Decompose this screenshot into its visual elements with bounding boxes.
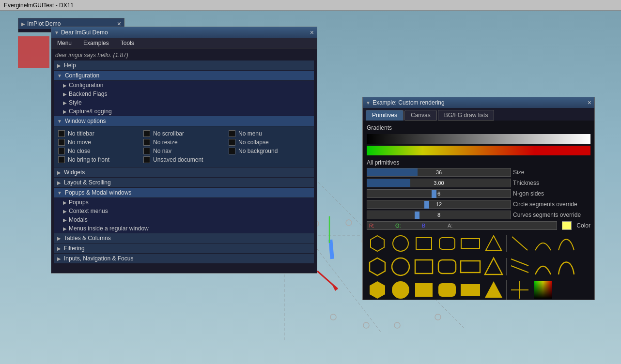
- slider-curves[interactable]: 8: [367, 211, 511, 219]
- section-layout[interactable]: ▶ Layout & Scrolling: [54, 178, 314, 187]
- checkbox-no-scrollbar[interactable]: [143, 130, 150, 137]
- implot-close-button[interactable]: ×: [117, 20, 121, 27]
- prim-hexagon-outline-lg: [367, 256, 388, 277]
- prim-line-1: [509, 233, 530, 254]
- slider-curves-label: Curves segments override: [513, 212, 590, 218]
- prim-rrect-outline-lg: [436, 256, 458, 277]
- prim-triangle-outline: [483, 233, 504, 254]
- menu-item-menu[interactable]: Menu: [53, 39, 76, 47]
- menu-item-examples[interactable]: Examples: [79, 39, 113, 47]
- checkbox-no-background[interactable]: [229, 148, 235, 154]
- section-configuration[interactable]: ▼ Configuration: [54, 71, 314, 80]
- custom-render-window: ▼ Example: Custom rendering × Primitives…: [362, 97, 595, 300]
- section-filtering[interactable]: ▶ Filtering: [54, 243, 314, 253]
- prim-hexagon-filled: [367, 279, 388, 300]
- prim-circle-outline: [390, 233, 411, 254]
- section-tables[interactable]: ▶ Tables & Columns: [54, 233, 314, 243]
- tab-primitives[interactable]: Primitives: [366, 110, 404, 121]
- prim-circle-filled: [390, 279, 411, 300]
- prim-wide-rect-outline: [460, 233, 481, 254]
- custom-render-titlebar[interactable]: ▼ Example: Custom rendering ×: [363, 97, 594, 108]
- sub-style[interactable]: ▶ Style: [60, 98, 314, 107]
- custom-title: Example: Custom rendering: [373, 99, 445, 106]
- checkbox-no-collapse[interactable]: [229, 139, 235, 146]
- svg-point-8: [392, 258, 409, 275]
- imgui-demo-titlebar[interactable]: ▼ Dear ImGui Demo ×: [51, 27, 317, 38]
- checkbox-no-menu[interactable]: [229, 130, 235, 137]
- slider-circle[interactable]: 12: [367, 200, 511, 209]
- checkbox-no-move[interactable]: [58, 139, 65, 146]
- option-no-background[interactable]: No background: [229, 148, 310, 154]
- svg-rect-9: [415, 260, 433, 273]
- color-a-input[interactable]: 255: [454, 222, 471, 229]
- widgets-arrow: ▶: [57, 170, 61, 175]
- title-bar-text: EverginelmGUITest - DX11: [4, 2, 74, 9]
- section-popups[interactable]: ▼ Popups & Modal windows: [54, 188, 314, 197]
- config-arrow: ▼: [57, 73, 62, 78]
- svg-point-16: [392, 281, 409, 299]
- gradients-label: Gradients: [367, 124, 590, 131]
- svg-marker-5: [486, 236, 501, 250]
- prim-wide-rect-filled: [460, 279, 481, 300]
- slider-row-thickness: 3.00 Thickness: [367, 179, 590, 187]
- option-no-resize[interactable]: No resize: [143, 139, 225, 146]
- tab-bgfg[interactable]: BG/FG draw lists: [438, 110, 495, 121]
- option-no-bring-to-front[interactable]: No bring to front: [58, 156, 140, 163]
- checkbox-no-nav[interactable]: [143, 148, 150, 154]
- prim-rrect-outline: [436, 233, 458, 254]
- gradient-rainbow: [367, 146, 590, 155]
- slider-size[interactable]: 36: [367, 168, 511, 177]
- option-no-move[interactable]: No move: [58, 139, 140, 146]
- demo-close-button[interactable]: ×: [310, 29, 314, 36]
- color-g-input[interactable]: 255: [403, 222, 420, 229]
- prim-divider-2: [506, 258, 507, 275]
- info-text: dear imgui says hello. (1.87): [54, 50, 314, 60]
- slider-row-curves: 8 Curves segments override: [367, 211, 590, 219]
- inputs-label: Inputs, Navigation & Focus: [64, 255, 133, 262]
- sub-context-menus[interactable]: ▶ Context menus: [60, 207, 314, 215]
- prim-triangle-filled: [483, 279, 504, 300]
- layout-label: Layout & Scrolling: [64, 179, 111, 186]
- section-inputs[interactable]: ▶ Inputs, Navigation & Focus: [54, 254, 314, 263]
- color-swatch[interactable]: [562, 221, 572, 230]
- sub-modals[interactable]: ▶ Modals: [60, 215, 314, 224]
- checkbox-no-titlebar[interactable]: [58, 130, 65, 137]
- slider-ngon[interactable]: 6: [367, 189, 511, 198]
- checkbox-unsaved-document[interactable]: [143, 156, 150, 163]
- sub-configuration[interactable]: ▶ Configuration: [60, 81, 314, 90]
- option-no-scrollbar[interactable]: No scrollbar: [143, 130, 225, 137]
- tab-canvas[interactable]: Canvas: [404, 110, 437, 121]
- section-widgets[interactable]: ▶ Widgets: [54, 167, 314, 177]
- checkbox-no-resize[interactable]: [143, 139, 150, 146]
- prim-lines-2: [509, 256, 530, 277]
- checkbox-no-bring-to-front[interactable]: [58, 156, 65, 163]
- option-no-nav[interactable]: No nav: [143, 148, 225, 154]
- svg-rect-4: [461, 239, 480, 248]
- prim-triangle-outline-lg: [483, 256, 504, 277]
- slider-thickness-value: 3.00: [367, 180, 511, 186]
- menu-item-tools[interactable]: Tools: [117, 39, 138, 47]
- sub-menus-regular[interactable]: ▶ Menus inside a regular window: [60, 224, 314, 233]
- color-r-input[interactable]: 255: [376, 222, 393, 229]
- option-unsaved-document[interactable]: Unsaved document: [143, 156, 225, 163]
- option-no-titlebar[interactable]: No titlebar: [58, 130, 140, 137]
- section-window-options[interactable]: ▼ Window options: [54, 116, 314, 126]
- sub-capture-logging[interactable]: ▶ Capture/Logging: [60, 107, 314, 116]
- prim-color-gradient: [532, 279, 554, 300]
- implot-collapse-arrow: ▶: [21, 21, 25, 27]
- option-no-close[interactable]: No close: [58, 148, 140, 154]
- svg-marker-7: [370, 258, 385, 275]
- option-no-menu[interactable]: No menu: [229, 130, 310, 137]
- prim-rect-outline-lg: [413, 256, 435, 277]
- demo-menu-bar: Menu Examples Tools: [51, 38, 317, 48]
- custom-close-button[interactable]: ×: [588, 99, 591, 106]
- tables-arrow: ▶: [57, 236, 61, 241]
- svg-line-13: [511, 259, 528, 266]
- color-b-input[interactable]: 102: [429, 222, 446, 229]
- checkbox-no-close[interactable]: [58, 148, 65, 154]
- slider-thickness[interactable]: 3.00: [367, 179, 511, 187]
- option-no-collapse[interactable]: No collapse: [229, 139, 310, 146]
- sub-backend-flags[interactable]: ▶ Backend Flags: [60, 90, 314, 98]
- section-help[interactable]: ▶ Help: [54, 61, 314, 70]
- sub-popups[interactable]: ▶ Popups: [60, 198, 314, 207]
